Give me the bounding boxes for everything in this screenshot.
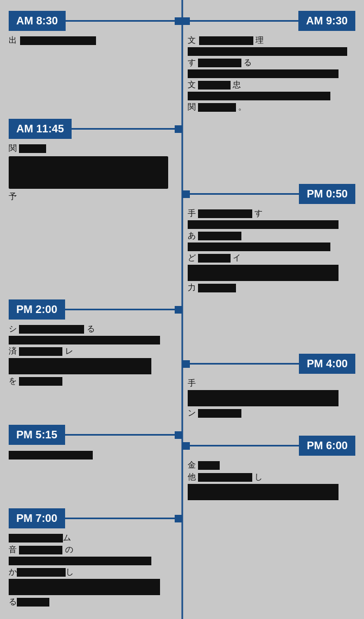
desc-redact-r1b [188, 47, 347, 56]
time-badge-pm515: PM 5:15 [9, 425, 65, 445]
connector-line-pm600 [190, 445, 299, 446]
event-left-pm200: PM 2:00 シ る 済 レ を [0, 299, 182, 423]
desc-char-pm600-1: 金 [188, 460, 196, 469]
connector-dot-am1145 [175, 125, 182, 133]
desc-pm200: シ る 済 レ を [0, 324, 182, 386]
desc-am930: 文 理 す る 文 忠 関 。 [182, 35, 365, 112]
desc-pm050: 手 す あ ど イ 力 [182, 208, 365, 293]
desc-char-am930-1: 文 [188, 35, 196, 44]
timeline-row-2: AM 11:45 関 予 PM 0:50 [0, 119, 364, 297]
connector-line-pm200 [65, 309, 175, 310]
time-row-pm515: PM 5:15 [0, 425, 182, 445]
time-badge-am1145: AM 11:45 [9, 119, 72, 139]
time-row-pm600: PM 6:00 [182, 436, 365, 456]
connector-dot-pm600 [182, 442, 190, 450]
desc-redact-l5a [9, 534, 63, 543]
desc-char-pm700-1: ム [63, 533, 71, 543]
desc-char-am930-6: 忠 [233, 80, 241, 89]
time-row-pm050: PM 0:50 [182, 184, 365, 204]
desc-redact-r3b [198, 409, 241, 418]
desc-redact-r2a [198, 209, 252, 218]
desc-char-pm700-5: し [66, 567, 74, 577]
time-badge-pm400: PM 4:00 [299, 354, 355, 374]
desc-redact-l3b [9, 336, 160, 344]
time-badge-am930: AM 9:30 [298, 11, 355, 31]
desc-redact-l5c [9, 557, 151, 565]
desc-char-pm200-5: を [9, 376, 17, 385]
desc-char-pm700-6: る [9, 597, 17, 607]
time-row-pm700: PM 7:00 [0, 508, 182, 528]
desc-char-pm050-5: イ [233, 253, 241, 262]
event-left-am1145: AM 11:45 関 予 [0, 119, 182, 297]
desc-char-pm050-6: 力 [188, 283, 196, 292]
desc-char-am930-3: す [188, 58, 196, 67]
desc-redact-l5d [17, 568, 66, 577]
event-right-am930: AM 9:30 文 理 す る 文 忠 関 [182, 11, 365, 117]
desc-char-pm050-2: す [254, 208, 263, 218]
event-right-pm600: PM 6:00 金 他 し [182, 436, 365, 506]
desc-char-am930-2: 理 [256, 35, 264, 44]
connector-dot-pm515 [175, 431, 182, 439]
time-row-pm200: PM 2:00 [0, 299, 182, 320]
desc-char-am930-7: 関 [188, 102, 196, 111]
time-badge-pm050: PM 0:50 [299, 184, 355, 204]
time-badge-am830: AM 8:30 [9, 11, 66, 31]
desc-char-pm200-3: 済 [9, 346, 17, 355]
desc-redact-l5e [9, 579, 160, 595]
desc-char-pm600-2: 他 し [188, 472, 356, 482]
event-left-pm700: PM 7:00 ム 音 の か [0, 508, 182, 611]
desc-char-pm200-1: シ [9, 324, 17, 333]
desc-redact-r2g [198, 284, 236, 292]
desc-redact-r2e [198, 254, 231, 263]
desc-am830: 出 [0, 35, 182, 46]
desc-redact-r1d [188, 69, 339, 78]
desc-am1145: 関 予 [0, 143, 182, 202]
desc-char-pm400-2: ン [188, 408, 196, 417]
next-day-section[interactable]: Next day [0, 614, 364, 619]
event-right-empty [182, 508, 365, 611]
desc-char-pm050-3: あ [188, 231, 196, 240]
desc-char-am1145: 関 [9, 143, 17, 152]
desc-redact-r2c [198, 232, 241, 240]
timeline-row-4: PM 5:15 PM 6:00 金 [0, 425, 364, 506]
desc-char-am930-5: 文 [188, 80, 196, 89]
desc-redact-l2a [19, 144, 46, 153]
desc-redact-r1f [188, 92, 330, 100]
desc-pm600: 金 他 し [182, 460, 365, 502]
event-left-am830: AM 8:30 出 [0, 11, 182, 117]
desc-redact-l3a [19, 325, 84, 334]
desc-redact-r1a [199, 36, 253, 45]
connector-line-am830 [66, 20, 175, 22]
desc-redact-r4c [188, 484, 339, 500]
time-row-pm400: PM 4:00 [182, 354, 365, 374]
desc-char-pm700-4: か [9, 567, 17, 577]
time-badge-pm200: PM 2:00 [9, 299, 65, 320]
event-left-pm515: PM 5:15 [0, 425, 182, 506]
desc-redact-l4a [9, 451, 93, 460]
timeline-row-5: PM 7:00 ム 音 の か [0, 508, 364, 611]
desc-char-am930-8: 。 [238, 102, 246, 111]
timeline-row-1: AM 8:30 出 AM 9:30 文 [0, 11, 364, 117]
desc-char-pm200-2: る [87, 324, 95, 333]
desc-pm515 [0, 449, 182, 461]
desc-char-pm050-1: 手 [188, 208, 196, 218]
desc-redact-r4a [198, 461, 220, 470]
connector-line-pm700 [65, 518, 175, 519]
desc-pm700: ム 音 の か し る [0, 533, 182, 607]
connector-dot-am930 [182, 17, 190, 25]
event-right-pm400: PM 4:00 手 ン [182, 354, 365, 423]
desc-redact-l3d [9, 358, 151, 374]
desc-char-pm700-3: の [65, 545, 73, 554]
connector-line-pm515 [65, 434, 175, 436]
connector-dot-pm400 [182, 360, 190, 368]
desc-redact-1 [20, 36, 96, 45]
connector-line-am1145 [72, 128, 175, 130]
time-row-am930: AM 9:30 [182, 11, 365, 31]
connector-line-pm400 [190, 363, 299, 365]
connector-dot-am830 [175, 17, 182, 25]
connector-dot-pm050 [182, 190, 190, 198]
event-right-pm050: PM 0:50 手 す あ ど イ 力 [182, 184, 365, 297]
desc-char-am930-4: る [244, 58, 252, 67]
desc-redact-r1g [198, 103, 236, 112]
desc-redact-r3a [188, 390, 339, 406]
